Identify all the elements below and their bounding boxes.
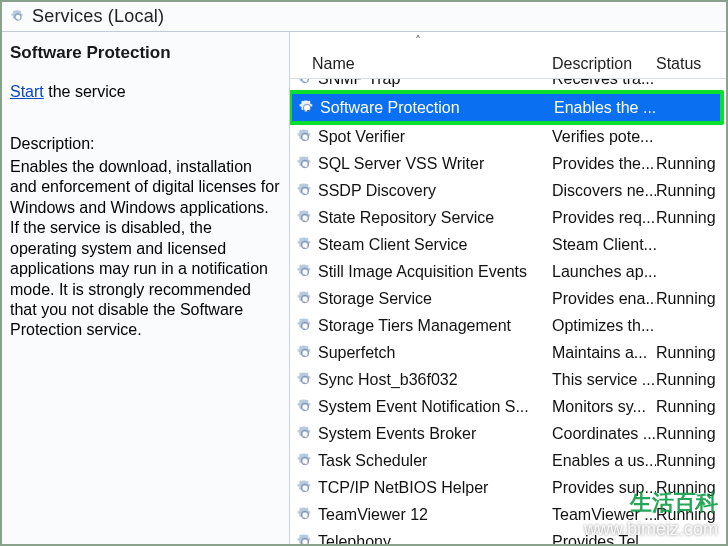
service-row[interactable]: System Events BrokerCoordinates ...Runni… [290, 420, 726, 447]
service-status: Running [656, 398, 726, 416]
service-status: Running [656, 479, 726, 497]
gear-icon [296, 182, 314, 200]
svg-point-9 [303, 161, 308, 166]
service-row[interactable]: Storage ServiceProvides ena...Running [290, 285, 726, 312]
svg-point-17 [303, 269, 308, 274]
col-status[interactable]: Status [656, 55, 726, 73]
start-service-line: Start the service [10, 82, 281, 102]
service-row[interactable]: Steam Client ServiceSteam Client... [290, 231, 726, 258]
service-row[interactable]: Still Image Acquisition EventsLaunches a… [290, 258, 726, 285]
gear-icon [10, 9, 26, 25]
col-name[interactable]: Name [290, 55, 552, 73]
service-desc: This service ... [552, 371, 656, 389]
service-desc: Provides Tel... [552, 533, 656, 545]
service-row[interactable]: SSDP DiscoveryDiscovers ne...Running [290, 177, 726, 204]
service-row[interactable]: TeamViewer 12TeamViewer ...Running [290, 501, 726, 528]
col-desc[interactable]: Description [552, 55, 656, 73]
service-row[interactable]: TelephonyProvides Tel... [290, 528, 726, 544]
service-name: SSDP Discovery [318, 182, 552, 200]
description-label: Description: [10, 134, 281, 154]
service-row[interactable]: Software ProtectionEnables the ... [292, 94, 720, 121]
gear-icon [298, 99, 316, 117]
gear-icon [296, 425, 314, 443]
service-row[interactable]: SQL Server VSS WriterProvides the...Runn… [290, 150, 726, 177]
service-name: State Repository Service [318, 209, 552, 227]
service-desc: Verifies pote... [552, 128, 656, 146]
svg-point-19 [303, 296, 308, 301]
gear-icon [296, 479, 314, 497]
service-desc: Launches ap... [552, 263, 656, 281]
service-name: TeamViewer 12 [318, 506, 552, 524]
gear-icon [296, 209, 314, 227]
start-service-rest: the service [44, 83, 126, 100]
service-row[interactable]: TCP/IP NetBIOS HelperProvides sup...Runn… [290, 474, 726, 501]
svg-point-23 [303, 350, 308, 355]
service-desc: Enables the ... [554, 99, 658, 117]
service-desc: Provides ena... [552, 290, 656, 308]
svg-point-29 [303, 431, 308, 436]
service-name: Task Scheduler [318, 452, 552, 470]
service-name: Superfetch [318, 344, 552, 362]
service-desc: TeamViewer ... [552, 506, 656, 524]
gear-icon [296, 398, 314, 416]
svg-point-25 [303, 377, 308, 382]
svg-point-37 [303, 539, 308, 544]
gear-icon [296, 79, 314, 88]
service-desc: Monitors sy... [552, 398, 656, 416]
service-row[interactable]: Storage Tiers ManagementOptimizes th... [290, 312, 726, 339]
service-name: Sync Host_b36f032 [318, 371, 552, 389]
svg-point-31 [303, 458, 308, 463]
gear-icon [296, 155, 314, 173]
service-row[interactable]: State Repository ServiceProvides req...R… [290, 204, 726, 231]
service-name: Still Image Acquisition Events [318, 263, 552, 281]
start-service-link[interactable]: Start [10, 83, 44, 100]
service-status: Running [656, 506, 726, 524]
gear-icon [296, 290, 314, 308]
gear-icon [296, 236, 314, 254]
service-status: Running [656, 290, 726, 308]
service-row[interactable]: Task SchedulerEnables a us...Running [290, 447, 726, 474]
gear-icon [296, 371, 314, 389]
description-body: Enables the download, installation and e… [10, 157, 281, 341]
gear-icon [296, 533, 314, 545]
gear-icon [296, 452, 314, 470]
service-status: Running [656, 371, 726, 389]
gear-icon [296, 128, 314, 146]
section-title: Services (Local) [32, 6, 164, 27]
svg-point-35 [303, 512, 308, 517]
service-desc: Discovers ne... [552, 182, 656, 200]
service-status: Running [656, 452, 726, 470]
service-row[interactable]: SuperfetchMaintains a...Running [290, 339, 726, 366]
service-status: Running [656, 425, 726, 443]
service-row[interactable]: Sync Host_b36f032This service ...Running [290, 366, 726, 393]
gear-icon [296, 263, 314, 281]
service-desc: Provides the... [552, 155, 656, 173]
services-list: ˄ Name Description Status SNMP TrapRecei… [290, 32, 726, 544]
svg-point-5 [305, 105, 310, 110]
service-desc: Receives tra... [552, 79, 656, 88]
service-status: Running [656, 344, 726, 362]
service-desc: Provides req... [552, 209, 656, 227]
column-headers: Name Description Status [290, 50, 726, 79]
service-name: Telephony [318, 533, 552, 545]
service-name: SQL Server VSS Writer [318, 155, 552, 173]
service-name: TCP/IP NetBIOS Helper [318, 479, 552, 497]
sort-indicator-icon: ˄ [415, 34, 421, 48]
service-status: Running [656, 209, 726, 227]
selected-service-name: Software Protection [10, 42, 281, 64]
svg-point-15 [303, 242, 308, 247]
service-status: Running [656, 182, 726, 200]
service-desc: Coordinates ... [552, 425, 656, 443]
service-row[interactable]: Spot VerifierVerifies pote... [290, 123, 726, 150]
service-name: Storage Service [318, 290, 552, 308]
gear-icon [296, 344, 314, 362]
service-desc: Optimizes th... [552, 317, 656, 335]
service-row[interactable]: System Event Notification S...Monitors s… [290, 393, 726, 420]
section-header: Services (Local) [2, 2, 726, 32]
svg-point-11 [303, 188, 308, 193]
svg-point-7 [303, 134, 308, 139]
service-name: System Events Broker [318, 425, 552, 443]
service-name: System Event Notification S... [318, 398, 552, 416]
service-name: SNMP Trap [318, 79, 552, 88]
service-name: Steam Client Service [318, 236, 552, 254]
